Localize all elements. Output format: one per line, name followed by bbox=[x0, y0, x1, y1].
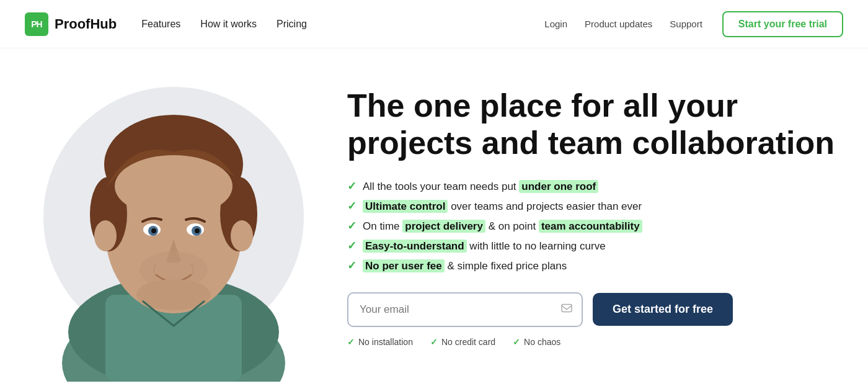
sub-check-2: ✓ No credit card bbox=[430, 337, 495, 347]
feature-item-1: ✓ All the tools your team needs put unde… bbox=[347, 179, 843, 193]
nav-right: Login Product updates Support Start your… bbox=[544, 11, 843, 37]
feature-item-5: ✓ No per user fee & simple fixed price p… bbox=[347, 259, 843, 272]
email-input-wrapper bbox=[347, 292, 583, 327]
svg-point-17 bbox=[94, 220, 117, 251]
check-icon-3: ✓ bbox=[347, 219, 356, 233]
svg-point-8 bbox=[115, 155, 232, 217]
hero-title: The one place for all your projects and … bbox=[347, 88, 843, 162]
feature-list: ✓ All the tools your team needs put unde… bbox=[347, 179, 843, 272]
highlight-5: No per user fee bbox=[363, 259, 445, 272]
hero-content: The one place for all your projects and … bbox=[322, 88, 843, 347]
feature-item-4: ✓ Easy-to-understand with little to no l… bbox=[347, 239, 843, 253]
cta-row: Get started for free bbox=[347, 292, 843, 327]
check-icon-5: ✓ bbox=[347, 259, 356, 272]
svg-point-18 bbox=[231, 220, 253, 251]
hero-person bbox=[53, 65, 294, 382]
highlight-3a: project delivery bbox=[402, 220, 485, 233]
sub-check-icon-1: ✓ bbox=[347, 337, 355, 347]
trial-button[interactable]: Start your free trial bbox=[722, 11, 843, 37]
hero-image-area bbox=[25, 53, 322, 382]
sub-check-1: ✓ No installation bbox=[347, 337, 413, 347]
sub-check-icon-2: ✓ bbox=[430, 337, 438, 347]
main-content: The one place for all your projects and … bbox=[0, 48, 868, 386]
nav-how-it-works[interactable]: How it works bbox=[200, 19, 257, 30]
nav-login[interactable]: Login bbox=[544, 19, 567, 29]
logo-link[interactable]: PH ProofHub bbox=[25, 12, 117, 36]
email-icon bbox=[560, 302, 573, 317]
navbar: PH ProofHub Features How it works Pricin… bbox=[0, 0, 868, 48]
nav-product-updates[interactable]: Product updates bbox=[585, 19, 652, 29]
sub-check-label-1: No installation bbox=[358, 337, 413, 347]
sub-check-3: ✓ No chaos bbox=[513, 337, 560, 347]
highlight-3b: team accountability bbox=[539, 220, 642, 233]
check-icon-2: ✓ bbox=[347, 199, 356, 213]
sub-check-icon-3: ✓ bbox=[513, 337, 520, 347]
sub-check-label-3: No chaos bbox=[524, 337, 560, 347]
sub-checks: ✓ No installation ✓ No credit card ✓ No … bbox=[347, 337, 843, 347]
nav-pricing[interactable]: Pricing bbox=[277, 19, 307, 30]
highlight-4: Easy-to-understand bbox=[363, 240, 467, 253]
logo-text: ProofHub bbox=[55, 16, 117, 32]
get-started-button[interactable]: Get started for free bbox=[593, 293, 733, 326]
nav-links-left: Features How it works Pricing bbox=[141, 19, 307, 30]
nav-right-links: Login Product updates Support bbox=[544, 19, 702, 29]
email-input[interactable] bbox=[347, 292, 583, 327]
feature-item-3: ✓ On time project delivery & on point te… bbox=[347, 219, 843, 233]
highlight-2: Ultimate control bbox=[363, 200, 448, 213]
nav-support[interactable]: Support bbox=[670, 19, 702, 29]
feature-item-2: ✓ Ultimate control over teams and projec… bbox=[347, 199, 843, 213]
svg-point-14 bbox=[195, 228, 200, 233]
logo-icon: PH bbox=[25, 12, 48, 36]
check-icon-4: ✓ bbox=[347, 239, 356, 253]
svg-point-13 bbox=[151, 228, 156, 233]
svg-rect-19 bbox=[562, 304, 572, 312]
sub-check-label-2: No credit card bbox=[441, 337, 495, 347]
highlight-1: under one roof bbox=[519, 180, 598, 193]
nav-features[interactable]: Features bbox=[141, 19, 180, 30]
check-icon-1: ✓ bbox=[347, 179, 356, 193]
